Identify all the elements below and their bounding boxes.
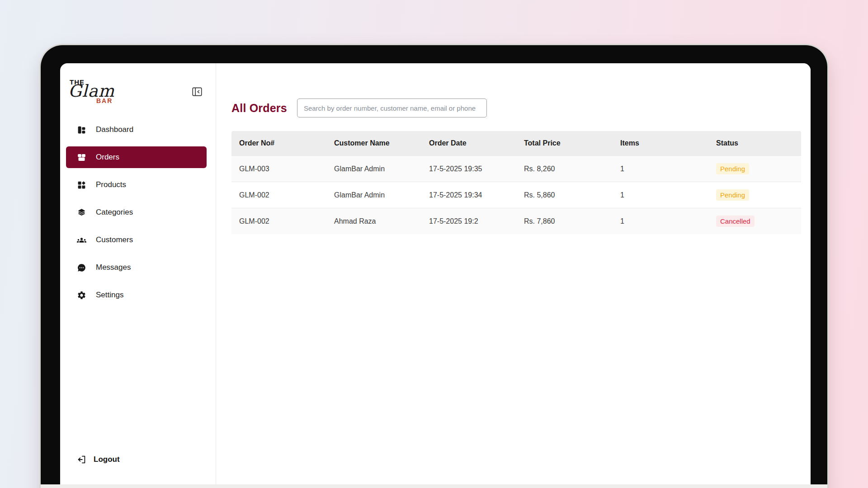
sidebar-item-label: Messages	[96, 263, 131, 272]
cell-items: 1	[613, 182, 708, 208]
dashboard-icon	[77, 125, 86, 135]
sidebar-item-label: Customers	[96, 235, 133, 244]
cell-total: Rs. 5,860	[516, 182, 613, 208]
cell-date: 17-5-2025 19:35	[421, 156, 516, 182]
status-badge: Pending	[716, 163, 749, 174]
cell-customer: Ahmad Raza	[326, 208, 421, 235]
laptop-base-edge	[41, 484, 827, 488]
cell-date: 17-5-2025 19:34	[421, 182, 516, 208]
users-icon	[77, 235, 86, 245]
chat-bubble-icon	[77, 263, 86, 272]
column-header-total: Total Price	[516, 131, 613, 156]
brand-logo-bar: BAR	[96, 97, 113, 104]
cell-items: 1	[613, 156, 708, 182]
sidebar-item-customers[interactable]: Customers	[66, 229, 207, 251]
page-background: THE Glam BAR	[0, 0, 868, 488]
cell-items: 1	[613, 208, 708, 235]
cell-customer: GlamBar Admin	[326, 182, 421, 208]
status-badge: Pending	[716, 189, 749, 201]
main-content: All Orders Order No# Customer Name Order…	[216, 63, 811, 488]
cell-order-no: GLM-003	[231, 156, 326, 182]
sidebar-nav: Dashboard Orders	[60, 119, 216, 312]
cell-order-no: GLM-002	[231, 182, 326, 208]
sidebar-item-label: Orders	[96, 153, 119, 162]
table-row[interactable]: GLM-003 GlamBar Admin 17-5-2025 19:35 Rs…	[231, 156, 801, 182]
layers-icon	[77, 208, 86, 217]
table-row[interactable]: GLM-002 GlamBar Admin 17-5-2025 19:34 Rs…	[231, 182, 801, 208]
table-row[interactable]: GLM-002 Ahmad Raza 17-5-2025 19:2 Rs. 7,…	[231, 208, 801, 235]
orders-table: Order No# Customer Name Order Date Total…	[231, 131, 801, 234]
page-title: All Orders	[231, 102, 287, 115]
status-badge: Cancelled	[716, 216, 755, 227]
sidebar-item-messages[interactable]: Messages	[66, 257, 207, 278]
column-header-customer: Customer Name	[326, 131, 421, 156]
logout-label: Logout	[94, 455, 120, 464]
brand-logo: THE Glam BAR	[68, 78, 132, 108]
products-grid-icon	[77, 180, 86, 190]
logout-button[interactable]: Logout	[77, 455, 120, 465]
gear-icon	[77, 291, 86, 300]
panel-collapse-icon	[191, 86, 203, 98]
cell-total: Rs. 8,260	[516, 156, 613, 182]
main-header: All Orders	[231, 99, 811, 117]
sidebar: THE Glam BAR	[60, 63, 216, 488]
app-window: THE Glam BAR	[60, 63, 811, 488]
sidebar-item-label: Products	[96, 180, 126, 189]
sidebar-item-products[interactable]: Products	[66, 174, 207, 196]
column-header-status: Status	[708, 131, 801, 156]
logout-icon	[77, 455, 87, 465]
column-header-order-no: Order No#	[231, 131, 326, 156]
orders-search-input[interactable]	[297, 99, 487, 117]
sidebar-item-dashboard[interactable]: Dashboard	[66, 119, 207, 141]
sidebar-item-categories[interactable]: Categories	[66, 202, 207, 223]
cell-order-no: GLM-002	[231, 208, 326, 235]
sidebar-item-orders[interactable]: Orders	[66, 146, 207, 168]
orders-box-icon	[77, 153, 86, 162]
cell-total: Rs. 7,860	[516, 208, 613, 235]
column-header-date: Order Date	[421, 131, 516, 156]
column-header-items: Items	[613, 131, 708, 156]
sidebar-item-label: Settings	[96, 291, 123, 300]
sidebar-collapse-button[interactable]	[191, 86, 203, 98]
sidebar-item-label: Dashboard	[96, 125, 133, 134]
sidebar-item-settings[interactable]: Settings	[66, 284, 207, 306]
cell-customer: GlamBar Admin	[326, 156, 421, 182]
cell-date: 17-5-2025 19:2	[421, 208, 516, 235]
table-header-row: Order No# Customer Name Order Date Total…	[231, 131, 801, 156]
sidebar-item-label: Categories	[96, 208, 133, 217]
